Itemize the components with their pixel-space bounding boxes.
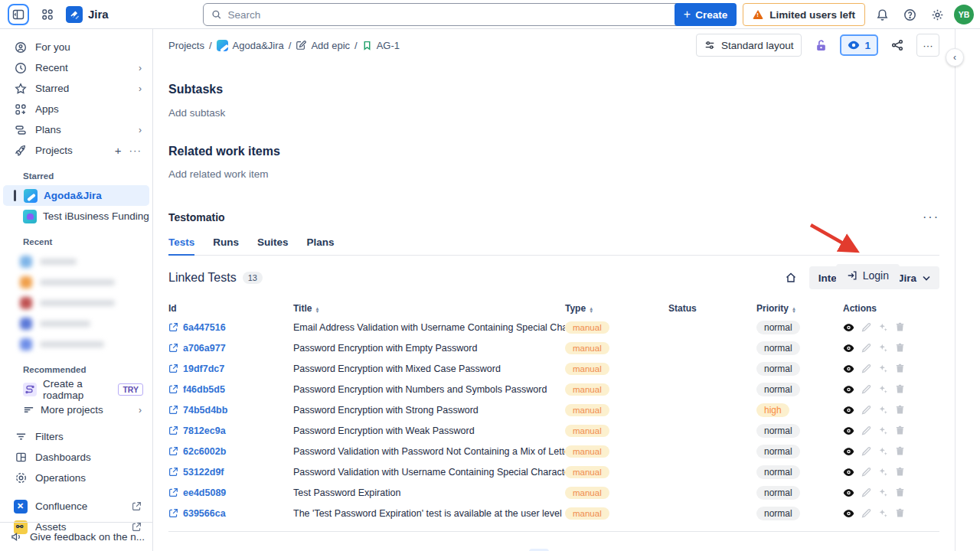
tab-suites[interactable]: Suites: [257, 236, 289, 255]
sidebar-project-test-ibusiness[interactable]: Test iBusiness Funding: [3, 206, 149, 227]
app-switcher-button[interactable]: [37, 4, 58, 25]
view-test-button[interactable]: [843, 344, 854, 353]
view-test-button[interactable]: [843, 406, 854, 415]
sidebar-item-operations[interactable]: Operations: [3, 468, 149, 488]
ai-test-button[interactable]: [878, 384, 888, 394]
view-test-button[interactable]: [843, 385, 854, 394]
add-project-button[interactable]: +: [115, 144, 122, 157]
add-related-item-link[interactable]: Add related work item: [168, 168, 939, 180]
col-header-title[interactable]: Title▲▼: [293, 303, 565, 314]
test-id-link[interactable]: 6a447516: [168, 322, 293, 333]
test-id-link[interactable]: 53122d9f: [168, 467, 293, 478]
search-input[interactable]: [228, 9, 696, 21]
delete-test-button[interactable]: [895, 322, 905, 332]
notifications-button[interactable]: [871, 4, 893, 25]
page-more-button[interactable]: ···: [916, 34, 939, 57]
edit-test-button[interactable]: [861, 446, 871, 456]
delete-test-button[interactable]: [895, 467, 905, 477]
limited-users-button[interactable]: Limited users left: [743, 3, 865, 26]
recent-item-blurred[interactable]: [0, 272, 152, 292]
jira-brand[interactable]: Jira: [66, 6, 109, 23]
tab-plans[interactable]: Plans: [307, 236, 335, 255]
view-test-button[interactable]: [843, 323, 854, 332]
add-subtask-link[interactable]: Add subtask: [168, 107, 939, 119]
view-test-button[interactable]: [843, 426, 854, 435]
view-test-button[interactable]: [843, 509, 854, 518]
edit-test-button[interactable]: [861, 343, 871, 353]
help-button[interactable]: [899, 4, 920, 25]
ai-test-button[interactable]: [878, 487, 888, 497]
breadcrumb-epic[interactable]: Add epic: [296, 40, 350, 51]
delete-test-button[interactable]: [895, 364, 905, 373]
ai-test-button[interactable]: [878, 508, 888, 518]
ai-test-button[interactable]: [878, 405, 888, 415]
sidebar-item-for-you[interactable]: For you: [3, 37, 149, 57]
recent-item-blurred[interactable]: [0, 313, 152, 334]
delete-test-button[interactable]: [895, 343, 905, 353]
edit-test-button[interactable]: [861, 467, 871, 477]
share-button[interactable]: [886, 34, 909, 57]
test-id-link[interactable]: f46db5d5: [168, 384, 293, 395]
unlock-button[interactable]: [809, 34, 832, 57]
test-id-link[interactable]: a706a977: [168, 343, 293, 354]
delete-test-button[interactable]: [895, 384, 905, 394]
breadcrumb-project[interactable]: Agoda&Jira: [217, 40, 284, 51]
global-search[interactable]: [203, 3, 704, 26]
projects-more-button[interactable]: ···: [129, 145, 142, 156]
sidebar-item-apps[interactable]: Apps: [3, 99, 149, 119]
tab-tests[interactable]: Tests: [168, 236, 194, 256]
edit-test-button[interactable]: [861, 425, 871, 435]
login-button[interactable]: Login: [836, 264, 900, 287]
edit-test-button[interactable]: [861, 364, 871, 373]
ai-test-button[interactable]: [878, 425, 888, 435]
settings-button[interactable]: [926, 4, 948, 25]
view-test-button[interactable]: [843, 488, 854, 497]
delete-test-button[interactable]: [895, 508, 905, 518]
test-id-link[interactable]: 19df7dc7: [168, 364, 293, 374]
sidebar-item-projects[interactable]: Projects + ···: [3, 140, 149, 161]
testomatio-more-button[interactable]: ···: [923, 210, 939, 224]
watchers-button[interactable]: 1: [840, 34, 878, 56]
delete-test-button[interactable]: [895, 405, 905, 415]
view-test-button[interactable]: [843, 468, 854, 477]
test-id-link[interactable]: 62c6002b: [168, 446, 293, 457]
breadcrumb-issue[interactable]: AG-1: [362, 40, 400, 51]
edit-test-button[interactable]: [861, 322, 871, 332]
collapse-panel-button[interactable]: ‹: [946, 48, 964, 67]
recent-item-blurred[interactable]: [0, 251, 152, 272]
create-button[interactable]: + Create: [675, 3, 737, 26]
view-test-button[interactable]: [843, 447, 854, 456]
sidebar-item-confluence[interactable]: Confluence: [3, 496, 149, 517]
col-header-status[interactable]: Status: [668, 303, 756, 314]
sidebar-item-starred[interactable]: Starred ›: [3, 78, 149, 99]
ai-test-button[interactable]: [878, 343, 888, 353]
delete-test-button[interactable]: [895, 425, 905, 435]
ai-test-button[interactable]: [878, 364, 888, 373]
delete-test-button[interactable]: [895, 446, 905, 456]
view-test-button[interactable]: [843, 364, 854, 373]
sidebar-item-filters[interactable]: Filters: [3, 426, 149, 447]
sidebar-item-dashboards[interactable]: Dashboards: [3, 447, 149, 468]
edit-test-button[interactable]: [861, 487, 871, 497]
ai-test-button[interactable]: [878, 467, 888, 477]
delete-test-button[interactable]: [895, 487, 905, 497]
recent-item-blurred[interactable]: [0, 292, 152, 313]
ai-test-button[interactable]: [878, 322, 888, 332]
sidebar-item-more-projects[interactable]: More projects ›: [3, 399, 149, 420]
breadcrumb-projects[interactable]: Projects: [168, 40, 204, 51]
test-id-link[interactable]: ee4d5089: [168, 487, 293, 498]
sidebar-project-agoda-jira[interactable]: Agoda&Jira: [3, 185, 149, 206]
user-avatar[interactable]: YB: [954, 5, 974, 24]
sidebar-item-plans[interactable]: Plans ›: [3, 119, 149, 140]
sidebar-item-create-roadmap[interactable]: Create a roadmap TRY: [3, 379, 149, 399]
edit-test-button[interactable]: [861, 384, 871, 394]
sidebar-toggle-button[interactable]: [8, 4, 29, 25]
recent-item-blurred[interactable]: [0, 334, 152, 354]
edit-test-button[interactable]: [861, 405, 871, 415]
standard-layout-button[interactable]: Standard layout: [696, 34, 802, 57]
col-header-priority[interactable]: Priority▲▼: [756, 303, 843, 314]
test-id-link[interactable]: 74b5d4bb: [168, 405, 293, 416]
test-id-link[interactable]: 639566ca: [168, 508, 293, 519]
sidebar-item-recent[interactable]: Recent ›: [3, 57, 149, 78]
test-id-link[interactable]: 7812ec9a: [168, 425, 293, 436]
